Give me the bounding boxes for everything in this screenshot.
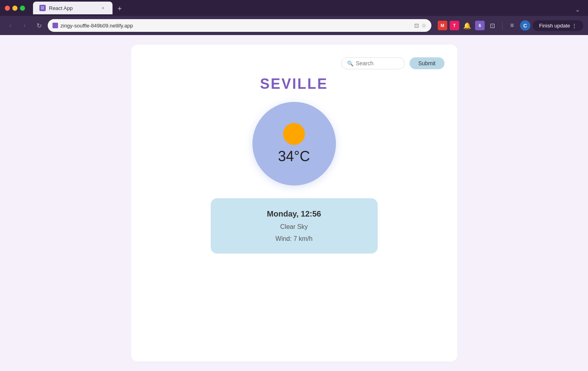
- cast-icon[interactable]: ⊡: [414, 22, 419, 29]
- active-tab[interactable]: R React App ×: [33, 2, 113, 14]
- weather-info-card: Monday, 12:56 Clear Sky Wind: 7 km/h: [211, 198, 378, 254]
- finish-update-button[interactable]: Finish update ⋮: [533, 20, 583, 31]
- traffic-lights: [5, 6, 25, 11]
- profile-icon[interactable]: C: [520, 20, 530, 31]
- toolbar-separator: [502, 21, 503, 29]
- forward-button[interactable]: ›: [19, 20, 30, 31]
- search-row: 🔍 Submit: [144, 57, 444, 69]
- bell-icon[interactable]: 🔔: [462, 20, 473, 31]
- minimize-traffic-light[interactable]: [12, 6, 17, 11]
- browser-actions: M T 🔔 6 ⊡ ≡ C Finish update ⋮: [438, 20, 583, 31]
- finish-update-more-icon: ⋮: [572, 23, 577, 29]
- url-text: zingy-souffle-849b09.netlify.app: [60, 23, 412, 29]
- datetime-display: Monday, 12:56: [267, 209, 321, 219]
- new-tab-button[interactable]: +: [114, 3, 125, 14]
- back-button[interactable]: ‹: [5, 20, 16, 31]
- title-bar: R React App × + ⌄: [0, 0, 588, 16]
- star-icon[interactable]: ☆: [421, 22, 427, 29]
- condition-display: Clear Sky: [280, 223, 308, 230]
- submit-button[interactable]: Submit: [409, 57, 444, 69]
- wind-display: Wind: 7 km/h: [276, 235, 312, 242]
- maximize-traffic-light[interactable]: [20, 6, 25, 11]
- extensions-icon[interactable]: ⊡: [487, 20, 498, 31]
- weather-card: 🔍 Submit SEVILLE 34°C Monday, 12:56 Clea…: [131, 45, 457, 361]
- page-content: 🔍 Submit SEVILLE 34°C Monday, 12:56 Clea…: [0, 35, 588, 371]
- browser-window: R React App × + ⌄ ‹ › ↻ zingy-souffle-84…: [0, 0, 588, 371]
- tab-overflow-button[interactable]: ⌄: [572, 5, 583, 14]
- city-name: SEVILLE: [260, 76, 328, 92]
- tab-close-button[interactable]: ×: [100, 5, 106, 11]
- extension-t-icon[interactable]: T: [450, 21, 459, 30]
- tab-favicon: R: [39, 5, 46, 11]
- search-input[interactable]: [356, 60, 399, 66]
- url-bar[interactable]: zingy-souffle-849b09.netlify.app ⊡ ☆: [48, 19, 431, 32]
- temperature-display: 34°C: [278, 148, 310, 165]
- menu-icon[interactable]: ≡: [506, 20, 518, 31]
- sun-icon: [283, 123, 305, 145]
- weather-circle: 34°C: [252, 102, 336, 186]
- search-wrapper: 🔍: [341, 57, 405, 69]
- site-favicon: [52, 23, 58, 28]
- close-traffic-light[interactable]: [5, 6, 10, 11]
- refresh-button[interactable]: ↻: [33, 20, 45, 31]
- extension-6-icon[interactable]: 6: [475, 21, 485, 30]
- search-icon: 🔍: [347, 61, 353, 66]
- tab-bar: R React App × + ⌄: [33, 2, 583, 14]
- tab-title: React App: [49, 5, 97, 11]
- extension-m-icon[interactable]: M: [438, 21, 447, 30]
- address-bar: ‹ › ↻ zingy-souffle-849b09.netlify.app ⊡…: [0, 16, 588, 35]
